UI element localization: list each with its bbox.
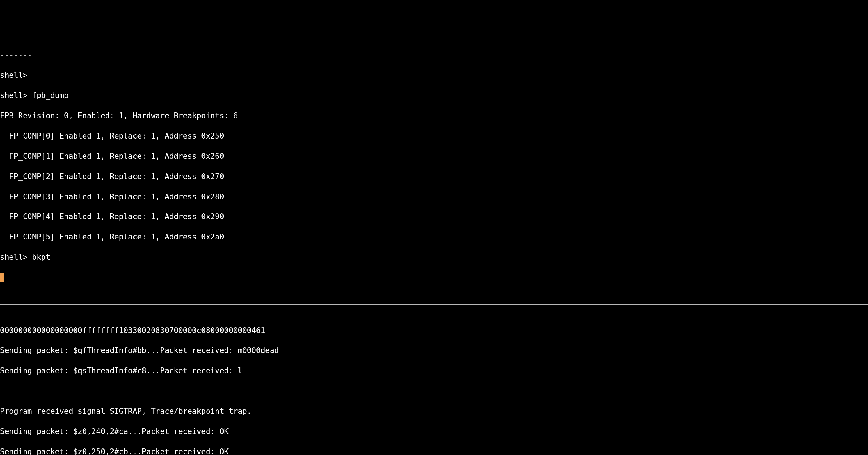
terminal-line: FP_COMP[3] Enabled 1, Replace: 1, Addres… bbox=[0, 192, 868, 202]
terminal-line: shell> bbox=[0, 71, 868, 81]
terminal-line: ------- bbox=[0, 51, 868, 61]
terminal-line bbox=[0, 386, 868, 396]
terminal-line: FP_COMP[2] Enabled 1, Replace: 1, Addres… bbox=[0, 172, 868, 182]
shell-pane-top[interactable]: ------- shell> shell> fpb_dump FPB Revis… bbox=[0, 41, 868, 293]
terminal-line: 000000000000000000ffffffff10330020830700… bbox=[0, 326, 868, 336]
cursor-line[interactable] bbox=[0, 273, 868, 283]
terminal-line: Sending packet: $qfThreadInfo#bb...Packe… bbox=[0, 346, 868, 356]
terminal-line: Sending packet: $z0,240,2#ca...Packet re… bbox=[0, 427, 868, 437]
terminal-line: FP_COMP[4] Enabled 1, Replace: 1, Addres… bbox=[0, 212, 868, 222]
gdb-pane-bottom[interactable]: 000000000000000000ffffffff10330020830700… bbox=[0, 316, 868, 455]
cursor-icon bbox=[0, 273, 4, 282]
terminal-line: FPB Revision: 0, Enabled: 1, Hardware Br… bbox=[0, 111, 868, 121]
terminal-line: shell> fpb_dump bbox=[0, 91, 868, 101]
terminal-line: Sending packet: $z0,250,2#cb...Packet re… bbox=[0, 447, 868, 455]
pane-divider[interactable] bbox=[0, 304, 868, 305]
terminal-line: Program received signal SIGTRAP, Trace/b… bbox=[0, 407, 868, 417]
terminal-line: FP_COMP[1] Enabled 1, Replace: 1, Addres… bbox=[0, 152, 868, 162]
terminal-line: Sending packet: $qsThreadInfo#c8...Packe… bbox=[0, 366, 868, 376]
terminal-line: FP_COMP[5] Enabled 1, Replace: 1, Addres… bbox=[0, 232, 868, 242]
terminal-line: FP_COMP[0] Enabled 1, Replace: 1, Addres… bbox=[0, 131, 868, 141]
terminal-line: shell> bkpt bbox=[0, 252, 868, 263]
